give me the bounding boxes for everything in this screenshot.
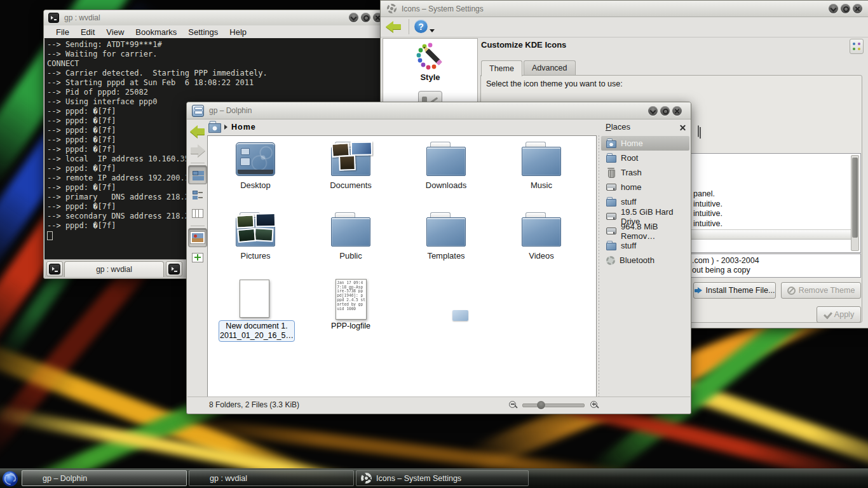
ppp-logfile-icon[interactable]: Jan 17 09:47:18 gp-Aspire-5738 pppd[1946… <box>336 279 367 320</box>
scrollbar-thumb[interactable] <box>852 158 858 238</box>
menu-item[interactable]: Help <box>224 27 252 37</box>
zoom-slider-handle[interactable] <box>537 401 545 409</box>
places-item[interactable]: Home <box>601 136 689 151</box>
zoom-slider[interactable] <box>522 403 585 407</box>
places-item[interactable]: 964.8 MiB Remov… <box>601 224 689 238</box>
konsole-tab[interactable]: gp : wvdial <box>64 261 164 277</box>
terminal-icon <box>48 13 59 23</box>
folder-view[interactable]: Desktop Documents Downloads <box>207 135 597 398</box>
details-view-button[interactable] <box>189 186 207 203</box>
places-item[interactable]: Bluetooth <box>601 253 689 268</box>
split-view-button[interactable] <box>189 248 207 266</box>
toolbar-separator <box>191 226 205 226</box>
close-button[interactable] <box>672 106 682 116</box>
folder-item[interactable]: Documents <box>303 139 398 209</box>
places-item-label: stuff <box>621 197 636 207</box>
places-item[interactable]: home <box>601 180 689 194</box>
minimize-button[interactable] <box>829 4 838 13</box>
new-document-file-label[interactable]: New document 1. 2011_01_20_16_5… <box>219 320 295 342</box>
places-item[interactable]: Root <box>601 151 689 165</box>
folder-item[interactable]: Templates <box>398 209 494 280</box>
theme-list-item[interactable]: intuitive. <box>693 219 722 229</box>
places-panel: Places Home Root <box>601 119 689 397</box>
menu-item[interactable]: File <box>50 27 75 37</box>
back-button[interactable] <box>189 123 207 140</box>
chevron-down-icon[interactable] <box>430 29 435 32</box>
folder-icon <box>235 142 276 177</box>
places-item-icon <box>606 139 616 148</box>
folder-item[interactable]: Public <box>303 209 398 280</box>
minimize-button[interactable] <box>349 13 358 22</box>
folder-item[interactable]: Videos <box>494 209 589 280</box>
new-tab-button[interactable] <box>46 261 63 276</box>
theme-list-item[interactable]: panel. <box>693 189 722 200</box>
remove-theme-button[interactable]: Remove Theme <box>781 282 861 299</box>
system-settings-titlebar[interactable]: Icons – System Settings <box>381 1 868 17</box>
maximize-button[interactable] <box>660 106 670 116</box>
panel-splitter[interactable] <box>599 135 599 397</box>
places-item-label: home <box>621 182 642 192</box>
konsole-menubar: FileEditViewBookmarksSettingsHelp <box>44 25 390 39</box>
menu-item[interactable]: Bookmarks <box>130 27 182 37</box>
apply-button[interactable]: Apply <box>817 306 861 323</box>
terminal-line: --> Sending: ATDT*99***1# <box>47 40 390 50</box>
menu-item[interactable]: Edit <box>75 27 100 37</box>
sidebar-item-style[interactable]: Style <box>383 72 477 82</box>
breadcrumb-location[interactable]: Home <box>231 123 256 132</box>
places-item-icon <box>606 226 616 236</box>
folder-label: Public <box>339 251 362 261</box>
dolphin-window: gp – Dolphin Home <box>186 102 691 414</box>
theme-list-item[interactable]: intuitive. <box>693 200 722 210</box>
taskbar-task[interactable]: gp – Dolphin <box>22 470 187 486</box>
folder-item[interactable]: Downloads <box>398 139 494 209</box>
folder-item[interactable]: Music <box>494 139 589 209</box>
file-preview-line: Jan 17 09:4 <box>337 280 364 285</box>
places-item-label: stuff <box>621 241 636 250</box>
breadcrumb-separator-icon <box>224 125 227 130</box>
folder-item[interactable]: Pictures <box>208 209 303 280</box>
launcher-icon[interactable] <box>1 470 19 487</box>
back-icon[interactable] <box>386 19 402 33</box>
preview-button[interactable] <box>188 228 207 247</box>
tab[interactable]: Advanced <box>524 60 576 75</box>
check-icon <box>824 312 831 318</box>
terminal-line: --> Pid of pppd: 25082 <box>47 88 390 97</box>
folder-item[interactable]: Desktop <box>208 139 303 209</box>
columns-view-button[interactable] <box>189 205 207 222</box>
close-button[interactable] <box>853 4 862 13</box>
home-icon[interactable] <box>208 120 222 133</box>
detach-panel-icon[interactable] <box>698 125 699 137</box>
maximize-button[interactable] <box>841 4 850 13</box>
style-icon[interactable] <box>416 43 445 71</box>
places-item-icon <box>606 168 616 177</box>
taskbar-task[interactable]: gp : wvdial <box>189 470 354 486</box>
close-panel-icon[interactable] <box>679 124 686 131</box>
home-folder-icon <box>208 121 221 133</box>
places-item[interactable]: stuff <box>601 238 689 253</box>
ppp-logfile-label[interactable]: PPP-logfile <box>319 322 383 330</box>
tab-list-button[interactable] <box>166 261 182 276</box>
places-item[interactable]: Trash <box>601 165 689 180</box>
help-icon[interactable]: ? <box>414 20 428 33</box>
new-document-file-icon[interactable] <box>240 280 269 318</box>
folder-label: Videos <box>529 251 554 261</box>
zoom-in-icon[interactable] <box>590 400 599 409</box>
minimize-button[interactable] <box>648 106 658 116</box>
forward-button[interactable] <box>189 142 207 159</box>
taskbar-task[interactable]: Icons – System Settings <box>356 470 529 486</box>
terminal-cursor <box>47 231 53 240</box>
tab[interactable]: Theme <box>481 60 522 76</box>
icons-view-icon <box>193 171 203 179</box>
icon-sizes-button[interactable] <box>850 39 864 54</box>
theme-list-item[interactable]: intuitive. <box>693 209 722 219</box>
dolphin-titlebar[interactable]: gp – Dolphin <box>187 102 691 119</box>
icons-view-button[interactable] <box>188 165 207 184</box>
scrollbar[interactable] <box>851 155 859 251</box>
menu-item[interactable]: Settings <box>182 27 224 37</box>
install-theme-button[interactable]: Install Theme File... <box>693 282 776 299</box>
maximize-button[interactable] <box>361 13 370 22</box>
zoom-out-icon[interactable] <box>508 400 517 409</box>
places-item-icon <box>606 241 616 250</box>
menu-item[interactable]: View <box>100 27 130 37</box>
konsole-titlebar[interactable]: gp : wvdial <box>44 10 390 26</box>
